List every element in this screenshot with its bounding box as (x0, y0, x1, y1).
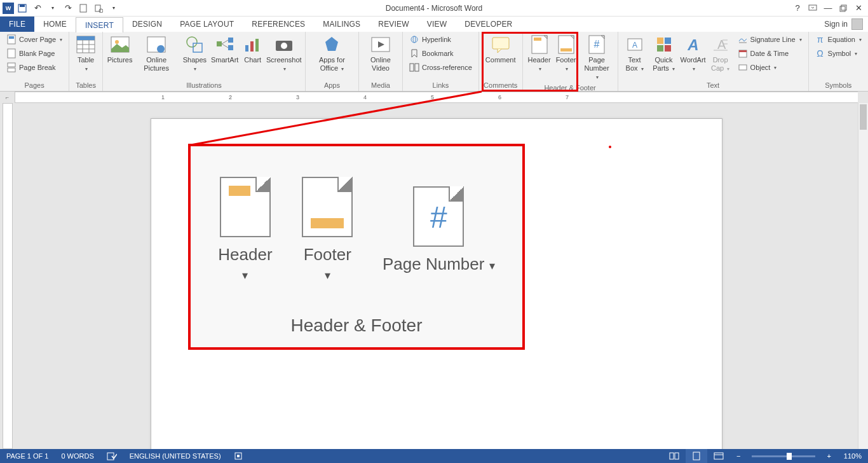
header-icon (529, 34, 550, 55)
zoom-level[interactable]: 110% (837, 449, 868, 463)
comment-button[interactable]: Comment (483, 33, 519, 66)
bookmark-button[interactable]: Bookmark (407, 47, 475, 60)
status-proofing-icon[interactable] (100, 449, 123, 463)
new-doc-icon[interactable] (76, 1, 90, 15)
online-pictures-icon (146, 34, 166, 55)
minimize-icon[interactable]: — (821, 1, 835, 15)
hyperlink-button[interactable]: Hyperlink (407, 33, 475, 46)
video-icon (370, 34, 391, 55)
smartart-button[interactable]: SmartArt (211, 33, 239, 66)
svg-rect-28 (228, 45, 233, 50)
tab-file[interactable]: FILE (0, 17, 34, 32)
status-words[interactable]: 0 WORDS (55, 449, 100, 463)
tab-mailings[interactable]: MAILINGS (314, 17, 369, 32)
group-text: AText Box ▾ Quick Parts ▾ AWordArt▾ ADro… (618, 32, 809, 91)
status-language[interactable]: ENGLISH (UNITED STATES) (123, 449, 227, 463)
online-pictures-button[interactable]: Online Pictures (134, 33, 179, 74)
tab-developer[interactable]: DEVELOPER (456, 17, 521, 32)
svg-rect-10 (8, 49, 15, 58)
wordart-button[interactable]: AWordArt▾ (681, 33, 706, 74)
page-number-button[interactable]: #Page Number ▾ (580, 33, 614, 83)
ribbon-options-icon[interactable] (806, 1, 820, 15)
online-video-button[interactable]: Online Video (363, 33, 398, 74)
close-icon[interactable]: ✕ (851, 1, 865, 15)
chevron-down-icon: ▾ (242, 269, 248, 282)
apps-icon (322, 34, 342, 55)
sign-in[interactable]: Sign in (819, 17, 868, 32)
svg-rect-6 (840, 6, 845, 11)
cross-reference-button[interactable]: Cross-reference (407, 61, 475, 74)
object-button[interactable]: Object ▾ (735, 61, 804, 74)
svg-rect-50 (657, 38, 663, 44)
svg-rect-62 (739, 65, 747, 70)
view-web-icon[interactable] (707, 449, 730, 463)
zoom-out-icon[interactable]: − (730, 449, 747, 463)
chevron-down-icon: ▾ (325, 269, 330, 282)
pictures-button[interactable]: Pictures (107, 33, 133, 66)
status-page[interactable]: PAGE 1 OF 1 (0, 449, 55, 463)
equation-button[interactable]: πEquation ▾ (813, 33, 864, 46)
view-print-icon[interactable] (686, 449, 707, 463)
qat-customize-icon[interactable]: ▾ (107, 1, 121, 15)
group-media: Online Video Media (359, 32, 403, 91)
scroll-thumb[interactable] (860, 104, 867, 130)
title-bar: W ↶ ▾ ↷ ▾ Document4 - Microsoft Word ? —… (0, 0, 868, 17)
word-app-icon: W (3, 3, 14, 14)
blank-page-button[interactable]: Blank Page (4, 47, 65, 60)
shapes-button[interactable]: Shapes ▾ (180, 33, 210, 74)
tab-home[interactable]: HOME (34, 17, 76, 32)
undo-icon[interactable]: ↶ (31, 1, 44, 15)
zoom-in-icon[interactable]: + (820, 449, 837, 463)
cover-page-button[interactable]: Cover Page▾ (4, 33, 65, 46)
page-number-icon: # (587, 34, 607, 55)
header-button[interactable]: Header▾ (527, 33, 552, 74)
tab-view[interactable]: VIEW (418, 17, 456, 32)
view-read-icon[interactable] (663, 449, 686, 463)
text-box-button[interactable]: AText Box ▾ (622, 33, 648, 74)
chevron-down-icon: ▾ (194, 66, 196, 72)
chart-button[interactable]: Chart (240, 33, 266, 66)
annotation-dot (609, 146, 611, 148)
print-preview-icon[interactable] (92, 1, 105, 15)
status-macro-icon[interactable] (227, 449, 249, 463)
group-apps-label: Apps (309, 80, 355, 91)
ruler-vertical[interactable] (3, 103, 13, 449)
svg-rect-66 (237, 455, 240, 457)
restore-icon[interactable] (836, 1, 850, 15)
chevron-down-icon: ▾ (489, 259, 495, 272)
zoom-slider[interactable] (752, 455, 815, 457)
screenshot-button[interactable]: Screenshot▾ (267, 33, 301, 74)
tab-review[interactable]: REVIEW (369, 17, 418, 32)
zoom-slider-thumb[interactable] (787, 453, 792, 460)
scrollbar-vertical[interactable] (858, 103, 868, 449)
help-icon[interactable]: ? (790, 1, 804, 15)
group-comments-label: Comments (483, 80, 519, 91)
svg-point-37 (411, 36, 417, 43)
symbol-button[interactable]: ΩSymbol ▾ (813, 47, 864, 60)
svg-line-29 (222, 40, 228, 44)
tab-design[interactable]: DESIGN (123, 17, 171, 32)
signature-line-button[interactable]: Signature Line ▾ (735, 33, 804, 46)
undo-dropdown-icon[interactable]: ▾ (46, 1, 60, 15)
table-button[interactable]: Table▾ (73, 33, 98, 74)
apps-office-button[interactable]: Apps for Office ▾ (309, 33, 355, 74)
tab-page-layout[interactable]: PAGE LAYOUT (171, 17, 243, 32)
svg-rect-51 (665, 38, 671, 44)
svg-rect-45 (560, 48, 572, 52)
chevron-down-icon: ▾ (693, 66, 695, 72)
status-bar: PAGE 1 OF 1 0 WORDS ENGLISH (UNITED STAT… (0, 449, 868, 463)
save-icon[interactable] (15, 1, 29, 15)
tab-insert[interactable]: INSERT (76, 17, 123, 32)
date-time-button[interactable]: Date & Time (735, 47, 804, 60)
avatar-icon (851, 18, 863, 30)
redo-icon[interactable]: ↷ (61, 1, 75, 15)
svg-rect-41 (492, 38, 509, 49)
footer-button[interactable]: Footer▾ (553, 33, 579, 74)
group-media-label: Media (363, 80, 398, 91)
ruler-horizontal[interactable]: 1 2 3 4 5 6 7 (15, 92, 858, 103)
quick-parts-button[interactable]: Quick Parts ▾ (649, 33, 679, 74)
page-break-button[interactable]: Page Break (4, 61, 65, 74)
svg-rect-19 (77, 36, 95, 40)
drop-cap-button[interactable]: ADrop Cap ▾ (707, 33, 734, 74)
tab-references[interactable]: REFERENCES (243, 17, 314, 32)
